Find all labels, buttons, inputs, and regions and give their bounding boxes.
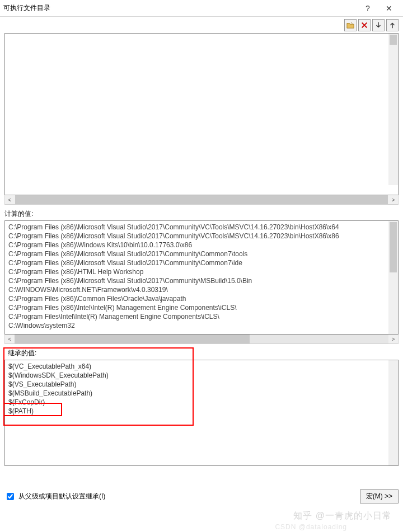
inherit-checkbox-label: 从父级或项目默认设置继承(I) [18,492,105,501]
close-button[interactable]: ✕ [378,1,400,16]
scroll-right-icon[interactable]: > [388,336,398,342]
inherited-section: 继承的值: $(VC_ExecutablePath_x64) $(Windows… [4,349,399,466]
list-item[interactable]: C:\Program Files (x86)\Windows Kits\10\b… [8,241,395,249]
watermark-text: 知乎 @一青虎的小日常 [293,510,392,522]
scroll-left-icon[interactable]: < [5,197,15,203]
delete-button[interactable] [358,19,371,31]
list-item[interactable]: C:\Windows\system32 [8,321,395,330]
scroll-left-icon[interactable]: < [5,336,15,342]
editable-paths-listbox[interactable] [4,33,399,195]
list-item[interactable]: C:\Program Files (x86)\Microsoft Visual … [8,232,395,241]
list-item[interactable]: $(FxCopDir) [8,398,395,407]
computed-values-listbox[interactable]: C:\Program Files (x86)\Microsoft Visual … [4,220,399,335]
list-item[interactable]: C:\Program Files (x86)\HTML Help Worksho… [8,267,395,276]
vertical-scrollbar[interactable] [388,34,398,185]
list-item[interactable]: $(PATH) [8,407,395,416]
list-item[interactable]: C:\Program Files (x86)\Common Files\Orac… [8,294,395,303]
inherit-checkbox-input[interactable] [7,493,14,500]
list-toolbar [4,19,399,31]
titlebar: 可执行文件目录 ? ✕ [0,0,403,17]
computed-values-label: 计算的值: [4,209,399,219]
list-item[interactable]: C:\Program Files (x86)\Microsoft Visual … [8,223,395,232]
move-up-button[interactable] [386,19,399,31]
new-folder-button[interactable] [344,19,357,31]
inherit-checkbox[interactable]: 从父级或项目默认设置继承(I) [4,491,105,502]
inherited-values-listbox[interactable]: $(VC_ExecutablePath_x64) $(WindowsSDK_Ex… [4,360,399,466]
watermark-text: CSDN @dataloading [275,523,347,531]
list-item[interactable]: C:\Program Files (x86)\Microsoft Visual … [8,258,395,267]
inherited-values-label: 继承的值: [8,349,399,358]
horizontal-scrollbar[interactable]: < > [4,195,399,205]
list-item[interactable]: $(MSBuild_ExecutablePath) [8,389,395,398]
scroll-right-icon[interactable]: > [388,197,398,203]
scrollbar-thumb[interactable] [390,222,397,272]
vertical-scrollbar[interactable] [388,221,398,334]
scrollbar-thumb[interactable] [390,35,397,45]
list-item[interactable]: $(VS_ExecutablePath) [8,380,395,389]
list-item[interactable]: $(VC_ExecutablePath_x64) [8,362,395,371]
horizontal-scrollbar[interactable]: < > [4,335,399,344]
vertical-scrollbar[interactable] [388,360,398,465]
list-item[interactable]: C:\Program Files\Intel\Intel(R) Manageme… [8,312,395,321]
move-down-button[interactable] [372,19,385,31]
macros-button[interactable]: 宏(M) >> [360,489,399,503]
scrollbar-track[interactable] [15,335,388,343]
help-button[interactable]: ? [357,1,378,16]
window-title: 可执行文件目录 [3,3,357,13]
list-item[interactable]: C:\Program Files (x86)\Microsoft Visual … [8,249,395,258]
list-item[interactable]: C:\Program Files (x86)\Intel\Intel(R) Ma… [8,303,395,312]
scrollbar-track[interactable] [15,195,388,204]
list-item[interactable]: C:\WINDOWS\Microsoft.NET\Framework\v4.0.… [8,285,395,294]
dialog-content: < > 计算的值: C:\Program Files (x86)\Microso… [0,17,403,503]
list-item[interactable]: C:\Program Files (x86)\Microsoft Visual … [8,276,395,285]
dialog-footer: 从父级或项目默认设置继承(I) 宏(M) >> [4,486,399,503]
scrollbar-thumb[interactable] [15,335,250,343]
list-item[interactable]: $(WindowsSDK_ExecutablePath) [8,371,395,380]
